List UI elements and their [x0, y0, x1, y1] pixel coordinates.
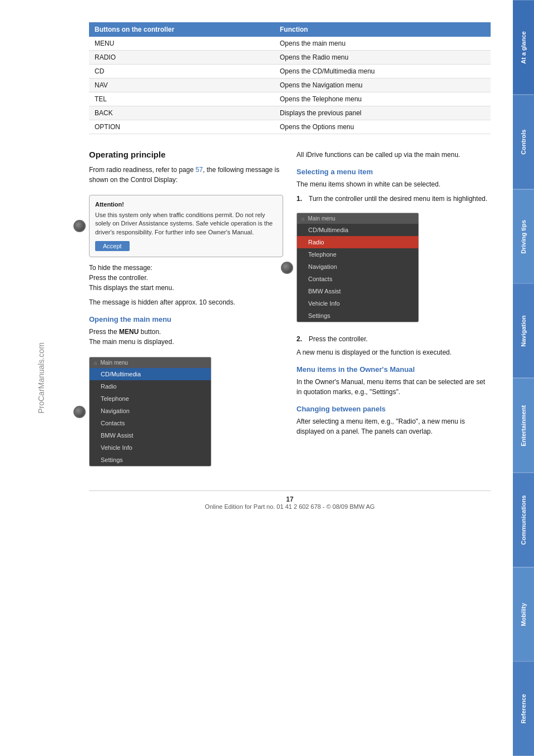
- menu-item[interactable]: CD/Multimedia: [90, 368, 211, 380]
- menu-title-bar-right: ⌂ Main menu: [297, 213, 418, 224]
- main-content: ProCarManuals.com Buttons on the control…: [0, 0, 513, 756]
- sidebar-tab-at-a-glance[interactable]: At a glance: [513, 0, 534, 95]
- after-step2-text: A new menu is displayed or the function …: [296, 347, 491, 357]
- menu-item[interactable]: Radio: [297, 236, 418, 248]
- home-icon-left: ⌂: [94, 360, 97, 366]
- step-2: 2. Press the controller.: [296, 334, 491, 344]
- main-menu-display-right: ⌂ Main menu CD/MultimediaRadioTelephoneN…: [296, 213, 419, 322]
- sidebar-tab-controls[interactable]: Controls: [513, 95, 534, 189]
- menu-item[interactable]: Navigation: [90, 405, 211, 417]
- main-menu-screenshot-right: ⌂ Main menu CD/MultimediaRadioTelephoneN…: [296, 207, 419, 328]
- main-menu-screenshot-left: ⌂ Main menu CD/MultimediaRadioTelephoneN…: [89, 351, 211, 472]
- two-column-layout: Operating principle From radio readiness…: [89, 150, 491, 474]
- menu-item[interactable]: Vehicle Info: [297, 297, 418, 310]
- attention-box: Attention! Use this system only when tra…: [89, 195, 283, 257]
- menu-item[interactable]: Navigation: [297, 261, 418, 273]
- watermark: ProCarManuals.com: [37, 342, 46, 414]
- table-row: MENUOpens the main menu: [89, 37, 491, 51]
- menu-item[interactable]: Contacts: [90, 417, 211, 429]
- menu-item[interactable]: BMW Assist: [297, 285, 418, 297]
- hide-note-text: The message is hidden after approx. 10 s…: [89, 297, 283, 307]
- changing-panels-heading: Changing between panels: [296, 405, 491, 413]
- step-2-list: 2. Press the controller.: [296, 334, 491, 344]
- sidebar-tab-reference[interactable]: Reference: [513, 661, 534, 756]
- table-row: TELOpens the Telephone menu: [89, 92, 491, 106]
- menu-title-left: Main menu: [100, 360, 127, 366]
- changing-panels-text: After selecting a menu item, e.g., "Radi…: [296, 416, 491, 436]
- footer-text: Online Edition for Part no. 01 41 2 602 …: [89, 503, 491, 510]
- table-row: NAVOpens the Navigation menu: [89, 78, 491, 92]
- menu-item[interactable]: BMW Assist: [90, 429, 211, 441]
- selecting-menu-item-heading: Selecting a menu item: [296, 168, 491, 176]
- page-57-link[interactable]: 57: [195, 166, 202, 174]
- attention-screenshot-container: Attention! Use this system only when tra…: [89, 189, 283, 263]
- table-header-buttons: Buttons on the controller: [89, 22, 274, 37]
- selecting-intro-text: The menu items shown in white can be sel…: [296, 179, 491, 189]
- table-header-function: Function: [274, 22, 491, 37]
- sidebar-tab-navigation[interactable]: Navigation: [513, 283, 534, 378]
- table-row: CDOpens the CD/Multimedia menu: [89, 65, 491, 78]
- controller-knob-menu-left: [73, 406, 86, 418]
- operating-principle-intro: From radio readiness, refer to page 57, …: [89, 165, 283, 185]
- menu-bold: MENU: [119, 328, 139, 336]
- right-column: All iDrive functions can be called up vi…: [296, 150, 491, 474]
- operating-principle-heading: Operating principle: [89, 150, 283, 159]
- sidebar-tabs: At a glance Controls Driving tips Naviga…: [513, 0, 534, 756]
- menu-title-right: Main menu: [308, 215, 335, 222]
- menu-item[interactable]: Radio: [90, 380, 211, 392]
- menu-item[interactable]: Vehicle Info: [90, 441, 211, 454]
- sidebar-tab-entertainment[interactable]: Entertainment: [513, 378, 534, 473]
- press-menu-text: Press the MENU button.The main menu is d…: [89, 327, 283, 347]
- menu-title-bar-left: ⌂ Main menu: [90, 357, 211, 368]
- menu-item[interactable]: Settings: [90, 454, 211, 466]
- hide-message-text: To hide the message:Press the controller…: [89, 263, 283, 293]
- accept-button[interactable]: Accept: [95, 241, 130, 251]
- attention-text: Use this system only when traffic condit…: [95, 211, 277, 237]
- table-row: RADIOOpens the Radio menu: [89, 51, 491, 65]
- home-icon-right: ⌂: [301, 216, 304, 222]
- controller-knob-menu-right: [281, 262, 293, 274]
- attention-title: Attention!: [95, 201, 277, 208]
- controller-knob-left: [73, 220, 86, 232]
- steps-list: 1. Turn the controller until the desired…: [296, 194, 491, 204]
- opening-main-menu-heading: Opening the main menu: [89, 315, 283, 323]
- idrive-intro: All iDrive functions can be called up vi…: [296, 150, 491, 160]
- sidebar-tab-driving-tips[interactable]: Driving tips: [513, 189, 534, 284]
- table-row: OPTIONOpens the Options menu: [89, 120, 491, 134]
- sidebar-tab-mobility[interactable]: Mobility: [513, 567, 534, 662]
- menu-items-owners-heading: Menu items in the Owner's Manual: [296, 365, 491, 374]
- footer: 17 Online Edition for Part no. 01 41 2 6…: [89, 490, 491, 510]
- left-column: Operating principle From radio readiness…: [89, 150, 283, 474]
- controller-table: Buttons on the controller Function MENUO…: [89, 22, 491, 134]
- menu-item[interactable]: CD/Multimedia: [297, 224, 418, 236]
- menu-item[interactable]: Telephone: [297, 248, 418, 261]
- page-number: 17: [89, 495, 491, 503]
- menu-item[interactable]: Contacts: [297, 273, 418, 285]
- table-row: BACKDisplays the previous panel: [89, 106, 491, 120]
- sidebar-tab-communications[interactable]: Communications: [513, 473, 534, 567]
- menu-item[interactable]: Telephone: [90, 392, 211, 405]
- main-menu-display-left: ⌂ Main menu CD/MultimediaRadioTelephoneN…: [89, 357, 211, 467]
- step-1: 1. Turn the controller until the desired…: [296, 194, 491, 204]
- menu-item[interactable]: Settings: [297, 310, 418, 322]
- menu-items-owners-text: In the Owner's Manual, menu items that c…: [296, 377, 491, 397]
